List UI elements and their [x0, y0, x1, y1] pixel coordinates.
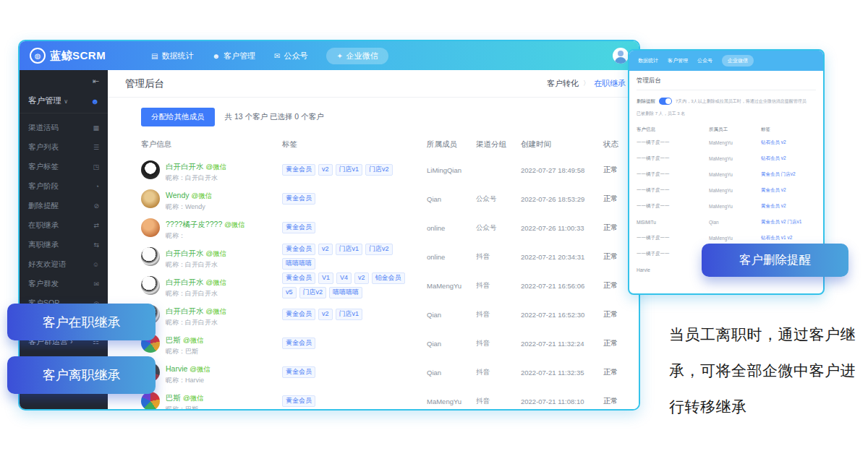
overlay-tags[interactable]: 黄金会员 v2	[761, 203, 817, 210]
overlay-table-row[interactable]: 一一橘子皮一一MaMengYu钻石会员 v2	[637, 134, 816, 150]
tag[interactable]: 门店v1	[336, 309, 363, 320]
sidebar-item-客户阶段[interactable]: 客户阶段◔	[20, 176, 108, 196]
table-body: 白开白开水@微信昵称：白开白开水黄金会员v2门店v1门店v2LiMingQian…	[141, 155, 639, 411]
callout-resign-inheritance: 客户离职继承	[7, 356, 156, 394]
overlay-nav-item-客户管理[interactable]: 客户管理	[668, 57, 688, 64]
overlay-tags[interactable]: 黄金会员 门店v2	[761, 171, 817, 178]
table-row[interactable]: Harvie@微信昵称：Harvie黄金会员Qian抖音2022-07-21 1…	[141, 358, 639, 387]
tag[interactable]: 黄金会员	[282, 272, 315, 284]
overlay-table-row[interactable]: 一一橘子皮一一MaMengYu黄金会员 v2	[637, 198, 816, 214]
sidebar-item-离职继承[interactable]: 离职继承⇆	[20, 235, 108, 254]
nav-item-企业微信[interactable]: ✦企业微信	[326, 48, 388, 64]
customer-count-text: 共 13 个客户 已选择 0 个客户	[225, 112, 324, 122]
tag[interactable]: V1	[318, 272, 333, 284]
tag[interactable]: 门店v2	[365, 164, 393, 176]
customer-name-line: 白开白开水@微信	[166, 158, 226, 173]
sidebar-item-客户群发[interactable]: 客户群发✉	[20, 274, 108, 293]
tag[interactable]: 黄金会员	[282, 395, 315, 407]
customer-info-cell: 巴斯@微信昵称：巴斯	[141, 331, 282, 356]
customer-name-line: 白开白开水@微信	[166, 302, 226, 318]
member-cell: Qian	[427, 340, 476, 348]
customer-name-line: 巴斯@微信	[166, 389, 204, 405]
table-row[interactable]: 巴斯@微信昵称：巴斯黄金会员Qian抖音2022-07-21 11:32:24正…	[141, 329, 639, 358]
sidebar-group-label: 客户管理	[28, 96, 61, 105]
customer-name[interactable]: 白开白开水	[166, 162, 204, 171]
sidebar-item-删除提醒[interactable]: 删除提醒⊘	[20, 196, 108, 215]
overlay-tags[interactable]: 钻石会员 v1 v2	[761, 235, 817, 241]
tag[interactable]: 黄金会员	[282, 244, 315, 255]
tag[interactable]: 门店v2	[299, 287, 327, 298]
table-row[interactable]: 白开白开水@微信昵称：白开白开水黄金会员v2门店v1门店v2LiMingQian…	[141, 155, 639, 184]
breadcrumb-current[interactable]: 在职继承	[594, 78, 626, 89]
overlay-table-row[interactable]: 一一橘子皮一一MaMengYu黄金会员 门店v2	[637, 166, 816, 182]
table-row[interactable]: 白开白开水@微信昵称：白开白开水黄金会员v2门店v1Qian抖音2022-07-…	[141, 300, 639, 329]
overlay-customer-name: 一一橘子皮一一	[637, 155, 709, 162]
table-row[interactable]: 白开白开水@微信昵称：白开白开水黄金会员v2门店v1门店v2嘻嘻嘻嘻online…	[141, 242, 639, 271]
tag[interactable]: 黄金会员	[282, 338, 315, 349]
tag[interactable]: 门店v2	[365, 244, 393, 255]
customer-name[interactable]: Harvie	[166, 364, 187, 373]
table-row[interactable]: ????橘子皮????@微信昵称：黄金会员online公众号2022-07-26…	[141, 213, 639, 242]
assign-to-members-button[interactable]: 分配给其他成员	[141, 108, 215, 126]
delete-reminder-toggle[interactable]	[659, 98, 672, 105]
overlay-tags[interactable]: 黄金会员 v2	[761, 187, 817, 194]
tag[interactable]: v5	[282, 287, 297, 298]
breadcrumb-parent[interactable]: 客户转化	[547, 78, 579, 89]
stage-icon: ◔	[95, 183, 99, 190]
sidebar-collapse[interactable]: ⇤	[20, 73, 108, 89]
customer-avatar	[141, 392, 160, 411]
tag[interactable]: 门店v1	[336, 244, 363, 255]
sidebar-item-好友欢迎语[interactable]: 好友欢迎语☺	[20, 254, 108, 274]
table-row[interactable]: 巴斯@微信昵称：巴斯黄金会员MaMengYu抖音2022-07-21 11:08…	[141, 387, 639, 411]
overlay-nav-item-数据统计[interactable]: 数据统计	[638, 57, 658, 64]
tag[interactable]: v2	[354, 272, 369, 284]
overlay-table-row[interactable]: 一一橘子皮一一MaMengYu黄金会员 v2	[637, 182, 816, 198]
overlay-table-row[interactable]: MiSiMiTuQian黄金会员 v2 门店v1	[637, 214, 816, 230]
customer-name[interactable]: 巴斯	[166, 393, 181, 402]
tag[interactable]: v2	[318, 244, 333, 255]
sidebar-item-客户列表[interactable]: 客户列表☰	[20, 137, 108, 157]
tag[interactable]: 黄金会员	[282, 164, 315, 176]
created-time-cell: 2022-07-21 11:32:35	[521, 369, 603, 377]
customer-name-line: Harvie@微信	[166, 360, 210, 376]
tag[interactable]: 嘻嘻嘻嘻	[282, 258, 315, 270]
table-row[interactable]: 白开白开水@微信昵称：白开白开水黄金会员V1V4v2铂金会员v5门店v2嘻嘻嘻嘻…	[141, 271, 639, 300]
tag[interactable]: 黄金会员	[282, 309, 315, 320]
overlay-tags[interactable]: 黄金会员 v2 门店v1	[761, 219, 817, 225]
nav-item-公众号[interactable]: ✉公众号	[274, 51, 307, 61]
table-row[interactable]: Wendy@微信昵称：Wendy黄金会员Qian公众号2022-07-26 18…	[141, 184, 639, 213]
overlay-tags[interactable]: 钻石会员 v2	[761, 155, 817, 162]
customer-name[interactable]: ????橘子皮????	[166, 220, 222, 228]
customer-names: Wendy@微信昵称：Wendy	[166, 186, 212, 211]
tag[interactable]: v2	[318, 164, 333, 176]
tag[interactable]: 黄金会员	[282, 222, 315, 233]
customer-name[interactable]: Wendy	[166, 191, 190, 199]
tag[interactable]: v2	[318, 309, 333, 320]
overlay-nav-item-公众号[interactable]: 公众号	[697, 57, 712, 64]
sidebar-item-渠道活码[interactable]: 渠道活码▦	[20, 118, 108, 137]
nav-item-数据统计[interactable]: ▤数据统计	[151, 51, 193, 61]
overlay-nav-item-企业微信[interactable]: 企业微信	[722, 55, 754, 66]
customer-name[interactable]: 白开白开水	[166, 249, 204, 257]
tag[interactable]: 嘻嘻嘻嘻	[329, 287, 362, 298]
nav-item-客户管理[interactable]: ☻客户管理	[212, 51, 255, 61]
customer-name[interactable]: 白开白开水	[166, 306, 204, 315]
tag[interactable]: 黄金会员	[282, 193, 315, 205]
sidebar-item-在职继承[interactable]: 在职继承⇄	[20, 215, 108, 235]
customer-name[interactable]: 巴斯	[166, 335, 181, 344]
tag-icon: ◳	[93, 163, 99, 171]
channel-cell: 公众号	[476, 223, 521, 233]
sidebar-group-customer-management[interactable]: 客户管理 ∨ ☻	[20, 89, 108, 113]
overlay-table-row[interactable]: 一一橘子皮一一MaMengYu钻石会员 v2	[637, 150, 816, 166]
user-avatar[interactable]	[613, 48, 629, 64]
sidebar-item-客户标签[interactable]: 客户标签◳	[20, 157, 108, 176]
tag[interactable]: V4	[336, 272, 352, 284]
overlay-tags[interactable]: 钻石会员 v2	[761, 139, 817, 146]
tag[interactable]: 铂金会员	[372, 272, 405, 284]
customer-info-cell: Wendy@微信昵称：Wendy	[141, 186, 282, 211]
customer-name[interactable]: 白开白开水	[166, 278, 204, 286]
tag[interactable]: 黄金会员	[282, 366, 315, 378]
sidebar-item-label: 客户标签	[28, 162, 59, 172]
list-icon: ☰	[93, 144, 99, 151]
tag[interactable]: 门店v1	[336, 164, 363, 176]
